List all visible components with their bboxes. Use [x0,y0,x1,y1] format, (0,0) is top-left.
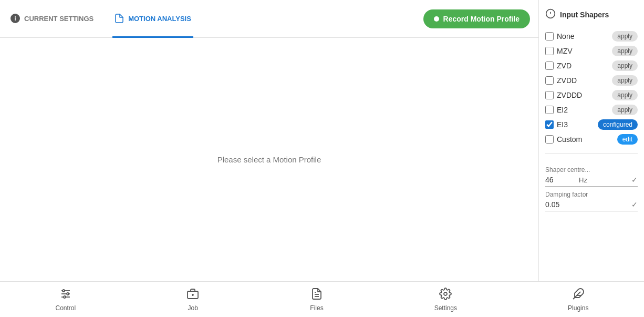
shaper-ei2-apply-button[interactable]: apply [612,105,638,115]
panel-title: Input Shapers [545,8,638,21]
shaper-zvddd-apply-button[interactable]: apply [612,90,638,100]
shaper-centre-confirm-icon[interactable]: ✓ [631,176,638,184]
doc-icon [115,14,124,23]
tab-motion-analysis-label: MOTION ANALYSIS [128,15,191,23]
shaper-custom-checkbox[interactable] [545,135,554,144]
shaper-zvddd-label: ZVDDD [557,91,609,99]
nav-plugins[interactable]: Plugins [568,288,588,312]
shaper-custom-row: Custom edit [545,132,638,147]
panel-title-text: Input Shapers [560,11,609,19]
nav-settings[interactable]: Settings [434,288,457,312]
damping-factor-group: Damping factor ✓ [545,191,638,211]
shaper-ei3-configured-button[interactable]: configured [598,119,638,130]
damping-factor-confirm-icon[interactable]: ✓ [631,200,638,209]
app-container: i CURRENT SETTINGS MOTION ANALYSIS [0,0,644,317]
shaper-custom-edit-button[interactable]: edit [617,134,638,145]
shaper-zvddd-checkbox[interactable] [545,91,554,99]
shaper-none-checkbox[interactable] [545,32,554,40]
shaper-mzv-apply-button[interactable]: apply [612,46,638,56]
damping-factor-field-row: ✓ [545,200,638,211]
bottom-nav: Control Job [0,281,644,317]
svg-point-11 [444,292,447,295]
damping-factor-label: Damping factor [545,191,638,198]
job-icon [186,288,199,302]
shaper-centre-label: Shaper centre... [545,166,638,173]
nav-settings-label: Settings [434,304,457,312]
shaper-none-apply-button[interactable]: apply [612,31,638,42]
shaper-centre-unit: Hz [579,176,587,184]
shaper-centre-input[interactable] [545,176,577,184]
shaper-mzv-checkbox[interactable] [545,47,554,55]
shaper-zvd-checkbox[interactable] [545,62,554,70]
svg-point-4 [67,293,69,295]
shaper-centre-field-row: Hz ✓ [545,176,638,187]
nav-job[interactable]: Job [186,288,199,312]
shaper-zvd-apply-button[interactable]: apply [612,60,638,71]
shaper-zvdd-apply-button[interactable]: apply [612,75,638,86]
shaper-zvdd-row: ZVDD apply [545,73,638,88]
nav-files-label: Files [310,304,323,312]
center-panel: i CURRENT SETTINGS MOTION ANALYSIS [0,0,539,281]
shaper-custom-label: Custom [557,135,614,144]
record-motion-profile-button[interactable]: Record Motion Profile [423,9,530,28]
shaper-none-row: None apply [545,29,638,44]
control-icon [59,288,72,302]
settings-icon [439,288,452,302]
input-shapers-icon [545,8,556,21]
shaper-ei2-row: EI2 apply [545,103,638,117]
record-dot-icon [434,16,439,22]
files-icon [310,288,323,302]
shaper-centre-group: Shaper centre... Hz ✓ [545,166,638,187]
right-panel: Input Shapers None apply MZV apply [539,0,644,281]
shaper-none-label: None [557,32,609,40]
damping-factor-input[interactable] [545,200,577,209]
tab-bar: i CURRENT SETTINGS MOTION ANALYSIS [0,0,538,38]
shaper-ei3-row: EI3 configured [545,117,638,132]
divider [545,153,638,154]
main-area: i CURRENT SETTINGS MOTION ANALYSIS [0,0,644,281]
svg-point-3 [63,290,65,292]
shaper-ei2-checkbox[interactable] [545,106,554,114]
tab-current-settings-label: CURRENT SETTINGS [24,15,94,23]
shaper-ei2-label: EI2 [557,106,609,114]
record-button-label: Record Motion Profile [443,15,520,23]
tab-current-settings[interactable]: i CURRENT SETTINGS [8,1,96,38]
content-area: Please select a Motion Profile [0,38,538,281]
nav-files[interactable]: Files [310,288,323,312]
shaper-mzv-label: MZV [557,47,609,55]
custom-section: Shaper centre... Hz ✓ Damping factor ✓ [545,160,638,211]
shaper-ei3-checkbox[interactable] [545,120,554,129]
shaper-zvdd-label: ZVDD [557,76,609,85]
tab-motion-analysis[interactable]: MOTION ANALYSIS [112,1,193,38]
info-icon: i [11,14,20,23]
shaper-zvdd-checkbox[interactable] [545,76,554,85]
shaper-mzv-row: MZV apply [545,44,638,58]
svg-point-5 [64,296,66,298]
nav-control[interactable]: Control [56,288,76,312]
shaper-zvd-row: ZVD apply [545,58,638,73]
shapers-list: None apply MZV apply ZVD apply [545,29,638,147]
plugins-icon [572,288,585,302]
shaper-zvd-label: ZVD [557,62,609,70]
shaper-ei3-label: EI3 [557,120,595,129]
content-placeholder: Please select a Motion Profile [217,155,321,164]
nav-plugins-label: Plugins [568,304,588,312]
nav-control-label: Control [56,304,76,312]
nav-job-label: Job [188,304,198,312]
shaper-zvddd-row: ZVDDD apply [545,88,638,103]
